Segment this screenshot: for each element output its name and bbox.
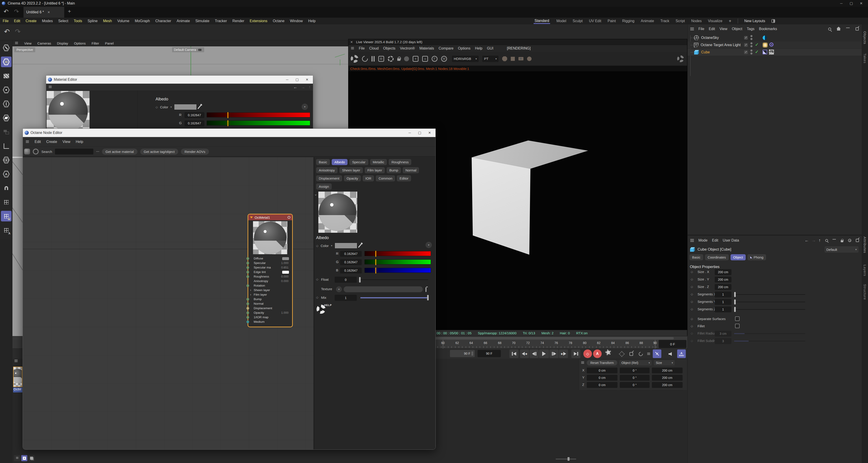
colorspace-dropdown[interactable]: HDR/sRGB▾ bbox=[452, 56, 479, 62]
object-row-area-light[interactable]: ST Octane Target Area Light ✓ bbox=[688, 42, 862, 49]
home-icon[interactable] bbox=[837, 29, 840, 31]
light-tag-icon[interactable] bbox=[763, 42, 768, 48]
menu-animate[interactable]: Animate bbox=[177, 19, 190, 23]
visibility-dots-icon[interactable] bbox=[750, 42, 752, 47]
layout-tab-rigging[interactable]: Rigging bbox=[622, 19, 634, 23]
make-editable-button[interactable] bbox=[1, 42, 11, 53]
fillet-subdivision-field[interactable]: 3 bbox=[715, 338, 732, 344]
current-frame-field[interactable]: 0 F bbox=[659, 340, 686, 348]
octane-logo-icon[interactable] bbox=[351, 55, 359, 63]
range-end-field[interactable]: 90 F bbox=[450, 350, 475, 357]
float-slider[interactable] bbox=[361, 279, 428, 280]
points-mode-button[interactable] bbox=[1, 85, 11, 95]
lv-menu-file[interactable]: File bbox=[359, 47, 365, 51]
search-icon[interactable] bbox=[825, 239, 828, 242]
menu-character[interactable]: Character bbox=[155, 19, 171, 23]
tab-phong[interactable]: Phong bbox=[747, 254, 766, 260]
folder-icon[interactable] bbox=[426, 287, 427, 292]
keyframe-selection-button[interactable] bbox=[618, 350, 626, 358]
parent-up-icon[interactable]: ↑ bbox=[819, 238, 821, 243]
lock-icon[interactable] bbox=[841, 240, 843, 242]
fillet-radius-slider[interactable] bbox=[734, 333, 805, 334]
object-name[interactable]: Cube bbox=[701, 50, 710, 54]
menu-help[interactable]: Help bbox=[308, 19, 316, 23]
node-row-specular-map[interactable]: Specular ma0.651 bbox=[248, 266, 292, 270]
sky-tag-icon[interactable] bbox=[763, 35, 767, 40]
window-minimize-button[interactable]: ─ bbox=[836, 1, 846, 5]
param-tab-anisotropy[interactable]: Anisotropy bbox=[316, 167, 338, 173]
layout-tab-model[interactable]: Model bbox=[556, 19, 566, 23]
fillet-checkbox[interactable] bbox=[735, 324, 740, 328]
phong-tag-icon[interactable] bbox=[763, 50, 767, 54]
node-graph-canvas[interactable]: OctMetal1 Diffuse Specular1.000 Specular… bbox=[23, 157, 313, 450]
material-ring-icon[interactable] bbox=[33, 149, 39, 154]
visibility-dots-icon[interactable] bbox=[750, 35, 752, 40]
get-active-tag-object-button[interactable]: Get active tag/object bbox=[140, 149, 178, 155]
play-button[interactable] bbox=[539, 349, 549, 358]
segments-x-field[interactable]: 1 bbox=[715, 291, 732, 298]
channel-r-field[interactable]: 0.162647 bbox=[185, 112, 205, 118]
expand-arrow-button[interactable]: ▾ bbox=[302, 103, 308, 110]
param-tab-normal[interactable]: Normal bbox=[403, 167, 419, 173]
chevron-down-icon[interactable]: ▾ bbox=[331, 244, 332, 247]
om-menu-object[interactable]: Object bbox=[732, 27, 742, 31]
port-specular[interactable] bbox=[246, 262, 249, 265]
layout-tab-paint[interactable]: Paint bbox=[608, 19, 616, 23]
keyframe-diamond-icon[interactable]: ◇ bbox=[156, 105, 158, 109]
search-input[interactable] bbox=[55, 149, 93, 154]
animation-palette-button[interactable]: A bbox=[677, 349, 686, 358]
enabled-check-icon[interactable]: ✓ bbox=[755, 42, 759, 47]
window-maximize-button[interactable]: ▢ bbox=[846, 1, 856, 5]
coord-y-size-field[interactable]: 200 cm bbox=[652, 375, 683, 381]
stop-square-icon[interactable] bbox=[511, 57, 515, 61]
ne-menu-help[interactable]: Help bbox=[76, 140, 83, 144]
material-editor-title-bar[interactable]: Material Editor ─ ▢ ✕ bbox=[46, 75, 313, 84]
expand-arrow-icon[interactable]: › bbox=[250, 293, 251, 296]
node-row-roughness[interactable]: Roughness0.000 bbox=[248, 275, 292, 279]
render-settings-gear-icon[interactable] bbox=[388, 56, 394, 62]
mix-field[interactable]: 1 bbox=[335, 295, 357, 301]
port-edge-tint[interactable] bbox=[246, 271, 249, 274]
layout-toggle-icon[interactable] bbox=[771, 19, 775, 23]
keyframe-object-button[interactable] bbox=[627, 350, 635, 358]
autokey-button[interactable]: A bbox=[593, 349, 602, 358]
preview-collapse-chevron[interactable]: › bbox=[314, 194, 318, 195]
menu-extensions[interactable]: Extensions bbox=[250, 19, 267, 23]
region-render-icon[interactable]: R bbox=[378, 56, 384, 62]
node-editor-menu-icon[interactable] bbox=[26, 141, 29, 141]
port-displacement[interactable] bbox=[246, 307, 249, 310]
param-tab-assign[interactable]: Assign bbox=[316, 183, 332, 189]
material-editor-menu-icon[interactable] bbox=[49, 86, 52, 86]
material-picker-icon[interactable]: M bbox=[441, 56, 447, 62]
port-ior-map[interactable] bbox=[246, 316, 249, 319]
goto-start-button[interactable] bbox=[509, 349, 519, 358]
pla-mode-button[interactable]: ✕ bbox=[653, 349, 661, 358]
ne-menu-create[interactable]: Create bbox=[46, 140, 57, 144]
viewport-view-label[interactable]: Perspective bbox=[14, 47, 35, 52]
document-tab[interactable]: Untitled 6 * × bbox=[24, 7, 64, 18]
side-tab-layers[interactable]: Layers bbox=[863, 265, 867, 276]
attribute-manager-menu-icon[interactable] bbox=[690, 239, 694, 240]
port-medium[interactable] bbox=[246, 320, 249, 323]
next-frame-button[interactable] bbox=[550, 349, 558, 358]
viewport-menu-icon[interactable] bbox=[15, 42, 18, 42]
viewport-menu-filter[interactable]: Filter bbox=[92, 41, 99, 45]
layout-tab-uvedit[interactable]: UV Edit bbox=[589, 19, 601, 23]
layout-tab-animate[interactable]: Animate bbox=[641, 19, 654, 23]
material-tag-icon[interactable] bbox=[769, 50, 774, 55]
menu-octane[interactable]: Octane bbox=[273, 19, 285, 23]
material-manager-menu-icon[interactable] bbox=[14, 360, 18, 360]
menu-edit[interactable]: Edit bbox=[14, 19, 20, 23]
size-y-field[interactable]: 200 cm bbox=[715, 277, 732, 282]
menu-simulate[interactable]: Simulate bbox=[195, 19, 209, 23]
chevron-down-icon[interactable]: ▾ bbox=[170, 105, 172, 109]
export-icon[interactable] bbox=[856, 239, 859, 242]
tab-basic[interactable]: Basic bbox=[689, 254, 703, 260]
lock-workplane-button[interactable] bbox=[1, 211, 11, 221]
channel-r-field[interactable]: 0.162647 bbox=[340, 251, 362, 257]
close-icon[interactable]: ✕ bbox=[302, 78, 312, 82]
param-tab-displacement[interactable]: Displacement bbox=[316, 175, 342, 181]
port-roughness[interactable] bbox=[246, 275, 249, 278]
nav-forward-icon[interactable]: → bbox=[301, 85, 305, 90]
nav-back-icon[interactable]: ← bbox=[293, 85, 297, 90]
